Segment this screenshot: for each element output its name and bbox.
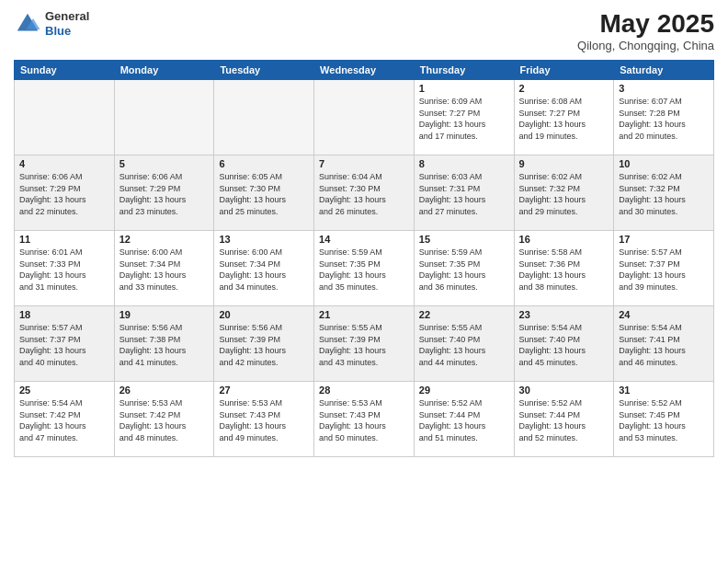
calendar-cell [214,80,314,155]
title-block: May 2025 Qilong, Chongqing, China [577,9,714,52]
calendar-cell: 2Sunrise: 6:08 AM Sunset: 7:27 PM Daylig… [514,80,614,155]
calendar-cell: 20Sunrise: 5:56 AM Sunset: 7:39 PM Dayli… [214,306,314,382]
day-number: 10 [619,158,709,169]
calendar: SundayMondayTuesdayWednesdayThursdayFrid… [14,60,714,457]
day-info: Sunrise: 5:57 AM Sunset: 7:37 PM Dayligh… [19,322,109,368]
calendar-cell: 5Sunrise: 6:06 AM Sunset: 7:29 PM Daylig… [114,155,214,231]
day-info: Sunrise: 5:54 AM Sunset: 7:40 PM Dayligh… [519,322,609,368]
calendar-cell: 22Sunrise: 5:55 AM Sunset: 7:40 PM Dayli… [414,306,514,382]
day-number: 28 [319,385,409,396]
calendar-cell: 7Sunrise: 6:04 AM Sunset: 7:30 PM Daylig… [314,155,415,231]
day-info: Sunrise: 5:52 AM Sunset: 7:44 PM Dayligh… [519,397,609,443]
day-info: Sunrise: 6:03 AM Sunset: 7:31 PM Dayligh… [419,171,509,217]
day-number: 6 [219,158,309,169]
calendar-cell: 3Sunrise: 6:07 AM Sunset: 7:28 PM Daylig… [614,80,714,155]
calendar-cell [114,80,214,155]
day-number: 5 [119,158,210,169]
calendar-week-2: 4Sunrise: 6:06 AM Sunset: 7:29 PM Daylig… [15,155,714,231]
calendar-week-1: 1Sunrise: 6:09 AM Sunset: 7:27 PM Daylig… [15,80,714,155]
calendar-cell [15,80,115,155]
day-info: Sunrise: 5:56 AM Sunset: 7:38 PM Dayligh… [119,322,210,368]
day-number: 14 [319,234,409,245]
calendar-cell: 30Sunrise: 5:52 AM Sunset: 7:44 PM Dayli… [514,382,614,457]
calendar-cell [314,80,415,155]
calendar-cell: 27Sunrise: 5:53 AM Sunset: 7:43 PM Dayli… [214,382,314,457]
logo-text: General Blue [45,9,89,38]
calendar-cell: 21Sunrise: 5:55 AM Sunset: 7:39 PM Dayli… [314,306,415,382]
calendar-cell: 18Sunrise: 5:57 AM Sunset: 7:37 PM Dayli… [15,306,115,382]
day-info: Sunrise: 5:54 AM Sunset: 7:42 PM Dayligh… [19,397,109,443]
day-number: 8 [419,158,509,169]
day-info: Sunrise: 5:53 AM Sunset: 7:42 PM Dayligh… [119,397,210,443]
calendar-cell: 31Sunrise: 5:52 AM Sunset: 7:45 PM Dayli… [614,382,714,457]
day-info: Sunrise: 6:06 AM Sunset: 7:29 PM Dayligh… [119,171,210,217]
month-title: May 2025 [577,9,714,39]
day-info: Sunrise: 6:07 AM Sunset: 7:28 PM Dayligh… [619,96,709,142]
calendar-cell: 4Sunrise: 6:06 AM Sunset: 7:29 PM Daylig… [15,155,115,231]
day-info: Sunrise: 5:54 AM Sunset: 7:41 PM Dayligh… [619,322,709,368]
day-info: Sunrise: 5:55 AM Sunset: 7:40 PM Dayligh… [419,322,509,368]
day-info: Sunrise: 5:59 AM Sunset: 7:35 PM Dayligh… [319,247,409,293]
day-number: 24 [619,309,709,320]
col-header-monday: Monday [114,61,214,80]
day-number: 15 [419,234,509,245]
logo-general: General [45,9,89,24]
day-number: 29 [419,385,509,396]
calendar-cell: 23Sunrise: 5:54 AM Sunset: 7:40 PM Dayli… [514,306,614,382]
day-info: Sunrise: 5:53 AM Sunset: 7:43 PM Dayligh… [219,397,309,443]
day-number: 9 [519,158,609,169]
day-number: 7 [319,158,409,169]
calendar-cell: 6Sunrise: 6:05 AM Sunset: 7:30 PM Daylig… [214,155,314,231]
day-number: 31 [619,385,709,396]
header: General Blue May 2025 Qilong, Chongqing,… [14,9,714,52]
calendar-cell: 9Sunrise: 6:02 AM Sunset: 7:32 PM Daylig… [514,155,614,231]
col-header-wednesday: Wednesday [314,61,415,80]
day-info: Sunrise: 5:53 AM Sunset: 7:43 PM Dayligh… [319,397,409,443]
day-number: 12 [119,234,210,245]
calendar-cell: 25Sunrise: 5:54 AM Sunset: 7:42 PM Dayli… [15,382,115,457]
calendar-cell: 10Sunrise: 6:02 AM Sunset: 7:32 PM Dayli… [614,155,714,231]
calendar-cell: 15Sunrise: 5:59 AM Sunset: 7:35 PM Dayli… [414,231,514,306]
day-info: Sunrise: 6:02 AM Sunset: 7:32 PM Dayligh… [519,171,609,217]
day-number: 4 [19,158,109,169]
day-info: Sunrise: 6:00 AM Sunset: 7:34 PM Dayligh… [119,247,210,293]
calendar-week-5: 25Sunrise: 5:54 AM Sunset: 7:42 PM Dayli… [15,382,714,457]
calendar-cell: 12Sunrise: 6:00 AM Sunset: 7:34 PM Dayli… [114,231,214,306]
calendar-cell: 19Sunrise: 5:56 AM Sunset: 7:38 PM Dayli… [114,306,214,382]
calendar-header-row: SundayMondayTuesdayWednesdayThursdayFrid… [15,61,714,80]
calendar-cell: 26Sunrise: 5:53 AM Sunset: 7:42 PM Dayli… [114,382,214,457]
day-info: Sunrise: 5:57 AM Sunset: 7:37 PM Dayligh… [619,247,709,293]
day-info: Sunrise: 6:09 AM Sunset: 7:27 PM Dayligh… [419,96,509,142]
col-header-friday: Friday [514,61,614,80]
day-number: 16 [519,234,609,245]
day-number: 19 [119,309,210,320]
day-info: Sunrise: 6:04 AM Sunset: 7:30 PM Dayligh… [319,171,409,217]
day-number: 17 [619,234,709,245]
day-number: 21 [319,309,409,320]
col-header-thursday: Thursday [414,61,514,80]
col-header-tuesday: Tuesday [214,61,314,80]
calendar-cell: 1Sunrise: 6:09 AM Sunset: 7:27 PM Daylig… [414,80,514,155]
calendar-cell: 24Sunrise: 5:54 AM Sunset: 7:41 PM Dayli… [614,306,714,382]
day-number: 27 [219,385,309,396]
day-info: Sunrise: 6:08 AM Sunset: 7:27 PM Dayligh… [519,96,609,142]
day-info: Sunrise: 6:05 AM Sunset: 7:30 PM Dayligh… [219,171,309,217]
day-number: 2 [519,83,609,94]
calendar-week-3: 11Sunrise: 6:01 AM Sunset: 7:33 PM Dayli… [15,231,714,306]
day-info: Sunrise: 6:01 AM Sunset: 7:33 PM Dayligh… [19,247,109,293]
day-info: Sunrise: 6:02 AM Sunset: 7:32 PM Dayligh… [619,171,709,217]
col-header-sunday: Sunday [15,61,115,80]
day-info: Sunrise: 5:58 AM Sunset: 7:36 PM Dayligh… [519,247,609,293]
page: General Blue May 2025 Qilong, Chongqing,… [0,0,728,563]
day-info: Sunrise: 5:52 AM Sunset: 7:44 PM Dayligh… [419,397,509,443]
day-number: 22 [419,309,509,320]
calendar-cell: 16Sunrise: 5:58 AM Sunset: 7:36 PM Dayli… [514,231,614,306]
calendar-cell: 28Sunrise: 5:53 AM Sunset: 7:43 PM Dayli… [314,382,415,457]
calendar-week-4: 18Sunrise: 5:57 AM Sunset: 7:37 PM Dayli… [15,306,714,382]
calendar-cell: 13Sunrise: 6:00 AM Sunset: 7:34 PM Dayli… [214,231,314,306]
day-number: 26 [119,385,210,396]
day-info: Sunrise: 6:06 AM Sunset: 7:29 PM Dayligh… [19,171,109,217]
day-number: 3 [619,83,709,94]
day-number: 23 [519,309,609,320]
day-number: 25 [19,385,109,396]
